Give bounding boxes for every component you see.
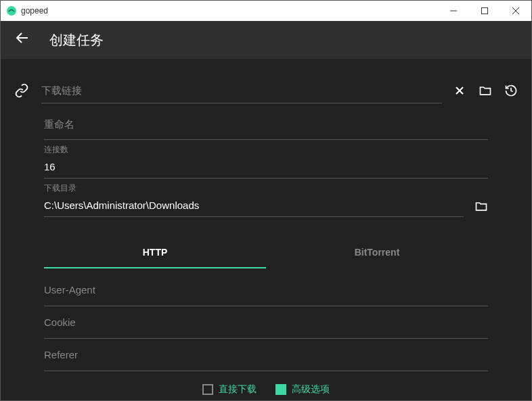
connections-field: 连接数 <box>44 144 488 179</box>
direct-download-label: 直接下载 <box>219 383 257 396</box>
cookie-input[interactable] <box>44 306 488 339</box>
advanced-options-label: 高级选项 <box>292 383 330 396</box>
checkbox-checked-icon <box>275 384 286 395</box>
protocol-tabs: HTTP BitTorrent <box>44 237 488 268</box>
rename-field <box>44 109 488 140</box>
svg-point-0 <box>7 6 16 16</box>
http-fields <box>44 274 488 371</box>
titlebar: gopeed <box>1 1 531 21</box>
connections-input[interactable] <box>44 157 488 179</box>
download-dir-field: 下载目录 <box>44 183 464 217</box>
referer-input[interactable] <box>44 339 488 371</box>
tab-bittorrent[interactable]: BitTorrent <box>266 237 488 268</box>
app-header: 创建任务 <box>1 21 531 59</box>
page-title: 创建任务 <box>49 31 104 49</box>
tab-http[interactable]: HTTP <box>44 237 266 268</box>
advanced-options-checkbox[interactable]: 高级选项 <box>275 383 330 396</box>
download-dir-input[interactable] <box>44 195 464 217</box>
link-actions <box>453 84 518 97</box>
form-section: 连接数 下载目录 HTTP BitTorrent 直接下载 <box>44 109 488 396</box>
maximize-button[interactable] <box>469 1 500 21</box>
back-arrow-icon[interactable] <box>14 30 30 50</box>
download-link-input[interactable] <box>41 78 442 103</box>
checkbox-unchecked-icon <box>202 384 213 395</box>
browse-folder-icon[interactable] <box>474 199 488 213</box>
download-dir-label: 下载目录 <box>44 183 464 194</box>
history-icon[interactable] <box>504 84 518 97</box>
svg-rect-2 <box>482 8 488 14</box>
link-icon <box>14 83 29 98</box>
minimize-button[interactable] <box>438 1 469 21</box>
direct-download-checkbox[interactable]: 直接下载 <box>202 383 257 396</box>
app-logo-icon <box>6 5 17 16</box>
content: 连接数 下载目录 HTTP BitTorrent 直接下载 <box>1 59 531 400</box>
window-title: gopeed <box>21 6 438 16</box>
close-button[interactable] <box>500 1 531 21</box>
rename-input[interactable] <box>44 109 488 140</box>
clear-icon[interactable] <box>453 84 466 97</box>
folder-icon[interactable] <box>479 84 492 97</box>
connections-label: 连接数 <box>44 144 488 156</box>
window-controls <box>438 1 531 21</box>
options-row: 直接下载 高级选项 <box>44 383 488 396</box>
download-dir-row: 下载目录 <box>44 183 488 221</box>
download-link-row <box>14 78 518 103</box>
user-agent-input[interactable] <box>44 274 488 306</box>
